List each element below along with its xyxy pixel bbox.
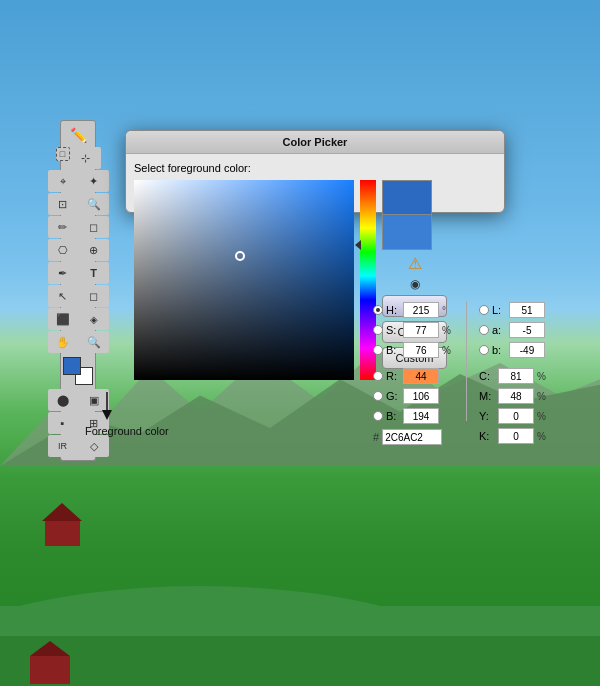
gamut-icon: ◉ xyxy=(410,277,420,291)
c-input[interactable] xyxy=(498,368,534,384)
tool-fullscreen[interactable]: ▪ xyxy=(48,412,78,434)
m-unit: % xyxy=(537,391,549,402)
b-rgb-row: B: xyxy=(373,407,454,425)
tool-notes[interactable]: ⬛ xyxy=(48,308,78,330)
dialog-body: Select foreground color: xyxy=(126,154,504,212)
y-unit: % xyxy=(537,411,549,422)
a-row: a: xyxy=(479,321,560,339)
a-input[interactable] xyxy=(509,322,545,338)
barn-roof xyxy=(42,503,82,521)
a-label: a: xyxy=(492,324,506,336)
l-radio[interactable] xyxy=(479,305,489,315)
tool-type[interactable]: T xyxy=(79,262,109,284)
b-lab-row: b: xyxy=(479,341,560,359)
h-input[interactable] xyxy=(403,302,439,318)
color-field-dark-overlay xyxy=(134,180,354,380)
hex-row: # xyxy=(373,429,454,445)
tool-quickmask[interactable]: ⬤ xyxy=(48,389,78,411)
hue-slider-arrow xyxy=(355,240,361,250)
b-lab-radio[interactable] xyxy=(479,345,489,355)
b-rgb-label: B: xyxy=(386,410,400,422)
b-hsb-radio[interactable] xyxy=(373,345,383,355)
tool-pen[interactable]: ✒ xyxy=(48,262,78,284)
s-radio[interactable] xyxy=(373,325,383,335)
g-input[interactable] xyxy=(403,388,439,404)
r-row: R: xyxy=(373,367,454,385)
b-rgb-input[interactable] xyxy=(403,408,439,424)
h-unit: ° xyxy=(442,305,454,316)
svg-rect-5 xyxy=(0,636,600,686)
tool-stamp[interactable]: ⎔ xyxy=(48,239,78,261)
s-unit: % xyxy=(442,325,454,336)
m-row: M: % xyxy=(479,387,560,405)
m-label: M: xyxy=(479,390,495,402)
r-input[interactable] xyxy=(403,368,439,384)
g-radio[interactable] xyxy=(373,391,383,401)
l-input[interactable] xyxy=(509,302,545,318)
values-columns: H: ° S: % B: % xyxy=(373,301,560,445)
warning-icon: ⚠ xyxy=(408,254,422,273)
c-label: C: xyxy=(479,370,495,382)
s-label: S: xyxy=(386,324,400,336)
foreground-color-swatch[interactable] xyxy=(63,357,81,375)
tool-eyedropper[interactable]: 🔍 xyxy=(79,193,109,215)
tool-crop[interactable]: ⊡ xyxy=(48,193,78,215)
r-radio[interactable] xyxy=(373,371,383,381)
gamut-icon-row: ◉ xyxy=(382,277,447,291)
m-input[interactable] xyxy=(498,388,534,404)
color-picker-circle xyxy=(235,251,245,261)
y-label: Y: xyxy=(479,410,495,422)
tool-path-select[interactable]: ↖ xyxy=(48,285,78,307)
hex-label: # xyxy=(373,431,379,443)
h-row: H: ° xyxy=(373,301,454,319)
tool-shape[interactable]: ◻ xyxy=(79,285,109,307)
g-label: G: xyxy=(386,390,400,402)
s-input[interactable] xyxy=(403,322,439,338)
tool-brush[interactable]: ✏ xyxy=(48,216,78,238)
tool-heal[interactable]: ⊕ xyxy=(79,239,109,261)
old-color-preview xyxy=(382,215,432,250)
b-lab-input[interactable] xyxy=(509,342,545,358)
annotation-arrow xyxy=(97,392,117,424)
tool-move[interactable]: ⊹ xyxy=(71,147,101,169)
l-label: L: xyxy=(492,304,506,316)
k-unit: % xyxy=(537,431,549,442)
r-label: R: xyxy=(386,370,400,382)
k-input[interactable] xyxy=(498,428,534,444)
b-hsb-label: B: xyxy=(386,344,400,356)
barn xyxy=(45,521,80,546)
select-color-label: Select foreground color: xyxy=(134,162,251,174)
tool-eraser[interactable]: ◻ xyxy=(79,216,109,238)
tool-eyedropper2[interactable]: ◈ xyxy=(79,308,109,330)
hsb-rgb-column: H: ° S: % B: % xyxy=(373,301,454,445)
y-row: Y: % xyxy=(479,407,560,425)
tool-hand[interactable]: ✋ xyxy=(48,331,78,353)
color-swatches[interactable] xyxy=(63,357,93,385)
s-row: S: % xyxy=(373,321,454,339)
warning-row: ⚠ xyxy=(382,254,447,273)
lab-cmyk-column: L: a: b: xyxy=(479,301,560,445)
tool-pencil[interactable]: ✏️ xyxy=(63,124,93,146)
tool-marquee-rect[interactable]: □ xyxy=(56,147,70,161)
y-input[interactable] xyxy=(498,408,534,424)
tools-panel: ✏️ □ ⊹ ⌖ ✦ ⊡ 🔍 ✏ ◻ ⎔ ⊕ ✒ T ↖ ◻ ⬛ ◈ ✋ 🔍 ⬤ xyxy=(60,120,96,461)
h-label: H: xyxy=(386,304,400,316)
svg-rect-6 xyxy=(30,656,70,684)
tool-imageready[interactable]: IR xyxy=(48,435,78,457)
tool-extra2[interactable]: ◇ xyxy=(79,435,109,457)
column-separator xyxy=(466,301,467,421)
b-hsb-unit: % xyxy=(442,345,454,356)
b-rgb-radio[interactable] xyxy=(373,411,383,421)
hex-input[interactable] xyxy=(382,429,442,445)
tool-zoom[interactable]: 🔍 xyxy=(79,331,109,353)
h-radio[interactable] xyxy=(373,305,383,315)
tool-lasso[interactable]: ⌖ xyxy=(48,170,78,192)
k-label: K: xyxy=(479,430,495,442)
l-row: L: xyxy=(479,301,560,319)
b-hsb-input[interactable] xyxy=(403,342,439,358)
color-field[interactable] xyxy=(134,180,354,380)
tool-magic-wand[interactable]: ✦ xyxy=(79,170,109,192)
k-row: K: % xyxy=(479,427,560,445)
spacer2 xyxy=(479,361,560,365)
a-radio[interactable] xyxy=(479,325,489,335)
